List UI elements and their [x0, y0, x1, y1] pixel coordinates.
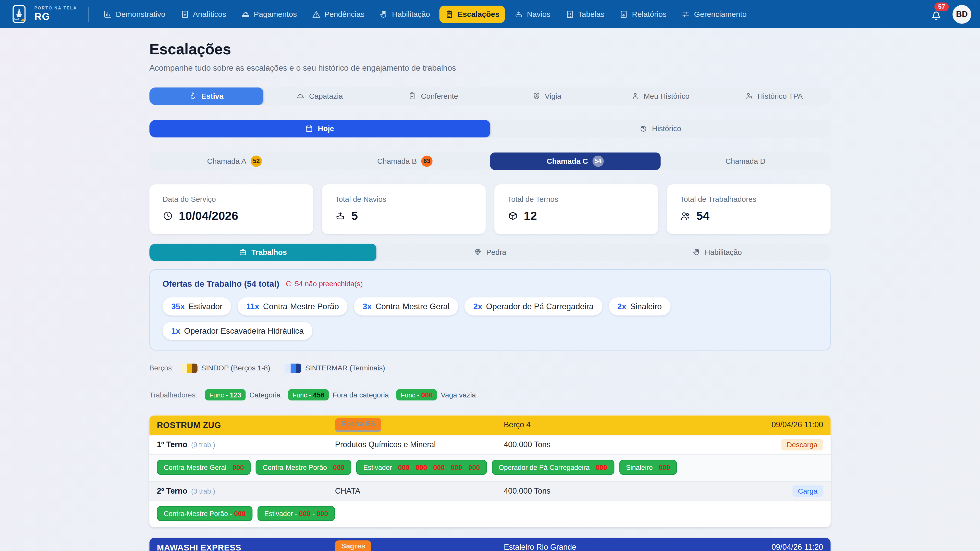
clipboard-list-icon — [445, 10, 454, 18]
tab-conferente[interactable]: Conferente — [376, 87, 490, 105]
terno-label: 2º Terno — [157, 486, 188, 495]
top-navbar: PORTO NA TELA RG Demonstrativo Analítico… — [0, 0, 980, 28]
tab-pedra[interactable]: Pedra — [376, 244, 604, 261]
tab-historico-tpa[interactable]: Histórico TPA — [717, 87, 831, 105]
terno-label: 1º Terno — [157, 440, 188, 449]
offer-chip-sinaleiro[interactable]: 2x Sinaleiro — [609, 297, 671, 315]
nav-item-tabelas[interactable]: Tabelas — [560, 5, 610, 23]
berth-legend-item-label: SINTERMAR (Terminais) — [305, 364, 385, 372]
brand[interactable]: PORTO NA TELA RG — [9, 4, 77, 24]
worker-legend-chip: Func -123 — [205, 389, 245, 400]
person-search-icon — [745, 92, 753, 100]
terno-worker-count: (9 trab.) — [191, 441, 215, 448]
berth-color-swatch — [285, 364, 302, 373]
ship-berth: Berço 4 — [504, 421, 772, 429]
ship-card-header: MAWASHI EXPRESS Sagres Estaleiro Rio Gra… — [149, 538, 830, 551]
terno-cargo: Produtos Químicos e Mineral — [335, 440, 504, 449]
offers-warning-text: 54 não preenchida(s) — [295, 280, 363, 287]
terno-worker-chips: Contra-Mestre Porão - 000Estivador - 000… — [149, 500, 830, 527]
chamada-tab-label: Chamada C — [547, 157, 588, 165]
tab-chamada-c[interactable]: Chamada C 54 — [490, 152, 660, 170]
nav-item-label: Relatórios — [632, 10, 667, 18]
hand-icon — [380, 10, 388, 18]
worker-slot-chip-contra-mestre-porao[interactable]: Contra-Mestre Porão - 000 — [157, 506, 252, 521]
terno-worker-chips: Contra-Mestre Geral - 000Contra-Mestre P… — [149, 454, 830, 481]
tab-chamada-b[interactable]: Chamada B 63 — [320, 152, 490, 170]
notifications-button[interactable]: 57 — [930, 8, 942, 21]
offer-chip-operador-de-pa-carregadeira[interactable]: 2x Operador de Pá Carregadeira — [465, 297, 602, 315]
offer-chip-contra-mestre-porao[interactable]: 11x Contra-Mestre Porão — [237, 297, 348, 315]
worker-legend-item-label: Categoria — [249, 391, 280, 399]
ship-icon — [514, 10, 523, 18]
terno-cargo: CHATA — [335, 486, 504, 495]
ship-operator-badge[interactable]: Sagres — [335, 540, 372, 551]
tab-chamada-d[interactable]: Chamada D — [660, 152, 830, 170]
nav-item-analiticos[interactable]: Analíticos — [175, 5, 232, 23]
worker-legend-chip: Func -000 — [396, 389, 437, 400]
tab-habilitacao[interactable]: Habilitação — [604, 244, 831, 261]
nav-item-relatorios[interactable]: Relatórios — [614, 5, 672, 23]
app-logo-icon — [9, 4, 29, 24]
offer-count: 11x — [246, 302, 259, 311]
worker-legend-label: Trabalhadores: — [149, 391, 197, 399]
hand-icon — [692, 248, 700, 256]
chamada-tab-label: Chamada D — [725, 157, 765, 165]
berth-color-swatch — [181, 364, 197, 373]
nav-item-escalacoes[interactable]: Escalações — [439, 5, 505, 23]
gem-icon — [474, 248, 482, 256]
worker-slot-chip-contra-mestre-geral[interactable]: Contra-Mestre Geral - 000 — [157, 460, 251, 475]
ship-card-header: ROSTRUM ZUG Rocha RS Berço 4 09/04/26 11… — [149, 415, 830, 435]
offer-label: Estivador — [189, 302, 223, 311]
tab-capatazia[interactable]: Capatazia — [263, 87, 376, 105]
offers-panel: Ofertas de Trabalho (54 total) 54 não pr… — [149, 269, 830, 350]
user-avatar[interactable]: BD — [953, 5, 971, 23]
nav-item-gerenciamento[interactable]: Gerenciamento — [676, 5, 752, 23]
tab-vigia[interactable]: Vigia — [490, 87, 604, 105]
nav-item-habilitacao[interactable]: Habilitação — [374, 5, 436, 23]
nav-items: Demonstrativo Analíticos Pagamentos Pend… — [98, 5, 930, 23]
offer-chip-estivador[interactable]: 35x Estivador — [162, 297, 231, 315]
ship-name: ROSTRUM ZUG — [157, 421, 335, 430]
worker-slot-chip-contra-mestre-porao[interactable]: Contra-Mestre Porão - 000 — [256, 460, 352, 475]
nav-divider — [88, 6, 89, 22]
package-icon — [508, 211, 518, 221]
tab-hoje[interactable]: Hoje — [149, 120, 490, 138]
worker-slot-chip-sinaleiro[interactable]: Sinaleiro - 000 — [619, 460, 677, 475]
tab-meu-historico[interactable]: Meu Histórico — [604, 87, 717, 105]
ship-datetime: 09/04/26 11:20 — [772, 543, 823, 551]
berth-legend-item-label: SINDOP (Berços 1-8) — [201, 364, 270, 372]
ship-operator-badge[interactable]: Rocha RS — [335, 418, 382, 432]
worker-legend-item-label: Fora da categoria — [332, 391, 389, 399]
tab-chamada-a[interactable]: Chamada A 52 — [149, 152, 320, 170]
worker-slot-chip-operador-de-pa-carregadeira[interactable]: Operador de Pá Carregadeira - 000 — [492, 460, 614, 475]
tab-label: Trabalhos — [251, 248, 287, 257]
nav-item-label: Habilitação — [392, 10, 430, 18]
tab-historico[interactable]: Histórico — [490, 120, 831, 138]
tab-trabalhos[interactable]: Trabalhos — [149, 244, 376, 261]
worker-slot-chip-estivador[interactable]: Estivador - 000 - 000 — [258, 506, 335, 521]
offer-label: Sinaleiro — [630, 302, 662, 311]
terno-worker-count: (3 trab.) — [191, 487, 215, 495]
sliders-icon — [682, 10, 690, 18]
tab-label: Pedra — [486, 248, 506, 257]
offer-label: Operador de Pá Carregadeira — [486, 302, 593, 311]
worker-legend-item: Func -000 Vaga vazia — [396, 389, 476, 400]
tab-estiva[interactable]: Estiva — [149, 87, 263, 105]
nav-item-demonstrativo[interactable]: Demonstrativo — [98, 5, 171, 23]
nav-item-pagamentos[interactable]: Pagamentos — [235, 5, 302, 23]
offer-chip-operador-escavadeira-hidraulica[interactable]: 1x Operador Escavadeira Hidráulica — [162, 322, 313, 340]
stat-label: Total de Ternos — [508, 195, 645, 203]
worker-slot-chip-estivador[interactable]: Estivador - 000 - 000 - 000 - 000 - 000 — [356, 460, 487, 475]
worker-legend-chip: Func -456 — [288, 389, 329, 400]
clipboard-check-icon — [408, 92, 417, 100]
nav-item-navios[interactable]: Navios — [509, 5, 556, 23]
offer-label: Contra-Mestre Porão — [263, 302, 339, 311]
category-tabs: Estiva Capatazia Conferente Vigia Meu Hi… — [149, 87, 830, 105]
shield-icon — [532, 92, 541, 100]
hardhat-icon — [241, 10, 250, 18]
offer-chip-contra-mestre-geral[interactable]: 3x Contra-Mestre Geral — [354, 297, 458, 315]
stat-value: 12 — [524, 209, 537, 223]
stat-label: Total de Navios — [335, 195, 473, 203]
ship-berth: Estaleiro Rio Grande — [504, 543, 772, 551]
nav-item-pendencias[interactable]: Pendências — [306, 5, 370, 23]
